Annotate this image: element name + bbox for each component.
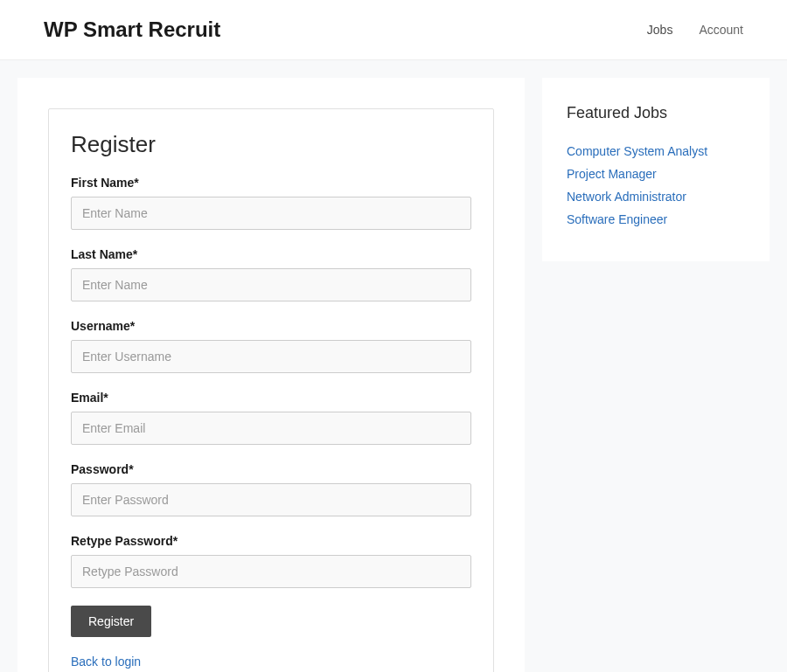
form-group-email: Email* bbox=[71, 391, 471, 445]
back-to-login-link[interactable]: Back to login bbox=[71, 655, 471, 669]
form-title: Register bbox=[71, 131, 471, 158]
featured-jobs-list: Computer System Analyst Project Manager … bbox=[567, 144, 745, 226]
sidebar: Featured Jobs Computer System Analyst Pr… bbox=[542, 78, 770, 261]
first-name-input[interactable] bbox=[71, 197, 471, 230]
first-name-label: First Name* bbox=[71, 176, 471, 190]
last-name-input[interactable] bbox=[71, 268, 471, 301]
nav-item-jobs[interactable]: Jobs bbox=[647, 23, 673, 37]
form-group-username: Username* bbox=[71, 319, 471, 373]
header: WP Smart Recruit Jobs Account bbox=[0, 0, 787, 60]
form-group-first-name: First Name* bbox=[71, 176, 471, 230]
username-input[interactable] bbox=[71, 340, 471, 373]
retype-password-label: Retype Password* bbox=[71, 534, 471, 548]
register-button[interactable]: Register bbox=[71, 606, 151, 637]
form-group-retype-password: Retype Password* bbox=[71, 534, 471, 588]
form-group-last-name: Last Name* bbox=[71, 247, 471, 301]
username-label: Username* bbox=[71, 319, 471, 333]
last-name-label: Last Name* bbox=[71, 247, 471, 261]
nav-menu: Jobs Account bbox=[647, 23, 743, 37]
main-content: Register First Name* Last Name* Username… bbox=[17, 78, 525, 672]
form-group-password: Password* bbox=[71, 462, 471, 516]
job-link[interactable]: Network Administrator bbox=[567, 190, 745, 204]
main-container: Register First Name* Last Name* Username… bbox=[0, 60, 787, 672]
retype-password-input[interactable] bbox=[71, 555, 471, 588]
sidebar-title: Featured Jobs bbox=[567, 104, 745, 122]
email-label: Email* bbox=[71, 391, 471, 405]
email-input[interactable] bbox=[71, 412, 471, 445]
job-link[interactable]: Project Manager bbox=[567, 167, 745, 181]
job-link[interactable]: Software Engineer bbox=[567, 212, 745, 226]
register-form-card: Register First Name* Last Name* Username… bbox=[48, 108, 494, 672]
password-input[interactable] bbox=[71, 483, 471, 516]
nav-item-account[interactable]: Account bbox=[699, 23, 743, 37]
job-link[interactable]: Computer System Analyst bbox=[567, 144, 745, 158]
password-label: Password* bbox=[71, 462, 471, 476]
site-title[interactable]: WP Smart Recruit bbox=[44, 17, 220, 42]
